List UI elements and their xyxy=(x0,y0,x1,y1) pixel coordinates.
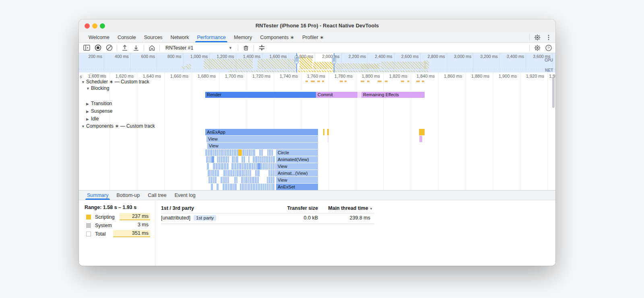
flame-sliver[interactable] xyxy=(217,184,219,190)
flame-sliver[interactable] xyxy=(213,163,215,170)
flame-sliver[interactable] xyxy=(211,177,213,183)
capture-settings-icon[interactable] xyxy=(258,44,265,52)
flame-sliver[interactable] xyxy=(250,170,251,176)
flame-sliver[interactable] xyxy=(232,149,233,156)
flame-sliver[interactable] xyxy=(255,170,257,176)
collapse-triangle-icon[interactable]: ▼ xyxy=(81,124,86,128)
flame-sliver[interactable] xyxy=(219,156,220,163)
flame-sliver[interactable] xyxy=(262,156,264,163)
flame-sliver[interactable] xyxy=(244,163,246,170)
flame-sliver[interactable] xyxy=(215,177,217,183)
flame-sliver[interactable] xyxy=(223,184,225,190)
flame-sliver[interactable] xyxy=(234,149,236,156)
flame-bar-anexapp[interactable]: AnExApp xyxy=(205,129,318,135)
toggle-sidebar-icon[interactable] xyxy=(83,44,90,52)
flame-sliver[interactable] xyxy=(268,156,270,163)
flame-marker[interactable] xyxy=(328,136,328,142)
flame-sliver[interactable] xyxy=(272,170,274,176)
flame-sliver[interactable] xyxy=(264,156,266,163)
flame-sliver[interactable] xyxy=(208,156,210,163)
settings-icon[interactable] xyxy=(534,34,541,41)
flame-sliver[interactable] xyxy=(265,163,267,170)
tab-sources[interactable]: Sources xyxy=(140,32,167,42)
flame-sliver[interactable] xyxy=(226,177,227,183)
flame-sliver[interactable] xyxy=(248,177,249,183)
flame-sliver[interactable] xyxy=(211,184,213,190)
col-header-transfer-size[interactable]: Transfer size xyxy=(287,205,318,211)
record-icon[interactable] xyxy=(94,44,101,52)
subtrack-transition[interactable]: ▶Transition xyxy=(86,101,112,106)
flame-sliver[interactable] xyxy=(248,156,250,163)
flame-sliver[interactable] xyxy=(221,149,223,156)
flame-sliver[interactable] xyxy=(231,163,234,170)
expand-triangle-icon[interactable]: ▶ xyxy=(86,110,91,114)
flame-sliver[interactable] xyxy=(232,156,234,163)
flame-sliver[interactable] xyxy=(256,184,258,190)
flame-sliver[interactable] xyxy=(236,177,237,183)
flame-sliver[interactable] xyxy=(267,184,268,190)
flame-sliver[interactable] xyxy=(245,177,248,183)
flame-sliver[interactable] xyxy=(228,156,229,163)
tab-console[interactable]: Console xyxy=(114,32,140,42)
col-header-main-thread-time[interactable]: Main thread time ▼ xyxy=(328,205,373,211)
flame-sliver[interactable] xyxy=(218,163,221,170)
flame-sliver[interactable] xyxy=(253,149,255,156)
flame-sliver[interactable] xyxy=(265,184,266,190)
tab-event-log[interactable]: Event log xyxy=(171,190,200,200)
flame-sliver[interactable] xyxy=(228,170,230,176)
collect-garbage-icon[interactable] xyxy=(242,44,250,52)
flame-bar-animated-view-[interactable]: Animated(View) xyxy=(276,156,318,163)
flame-marker[interactable] xyxy=(212,156,214,163)
flame-sliver[interactable] xyxy=(205,149,207,156)
settings-icon[interactable] xyxy=(534,44,541,52)
flame-sliver[interactable] xyxy=(230,170,232,176)
flame-sliver[interactable] xyxy=(206,156,208,163)
expand-triangle-icon[interactable]: ▶ xyxy=(86,117,91,121)
flame-sliver[interactable] xyxy=(266,156,268,163)
flame-sliver[interactable] xyxy=(263,163,265,170)
flame-sliver[interactable] xyxy=(233,170,234,176)
flame-sliver[interactable] xyxy=(208,170,210,176)
flame-sliver[interactable] xyxy=(269,149,271,156)
tab-performance[interactable]: Performance xyxy=(193,32,230,42)
flame-sliver[interactable] xyxy=(242,156,243,163)
flame-sliver[interactable] xyxy=(267,177,268,183)
flame-sliver[interactable] xyxy=(228,177,229,183)
flame-sliver[interactable] xyxy=(227,149,229,156)
flame-sliver[interactable] xyxy=(225,156,227,163)
collapse-triangle-icon[interactable]: ▼ xyxy=(81,80,86,84)
tab-memory[interactable]: Memory xyxy=(230,32,256,42)
flame-sliver[interactable] xyxy=(234,156,235,163)
flame-marker[interactable] xyxy=(258,163,260,170)
table-row-name[interactable]: [unattributed]1st party xyxy=(161,215,216,221)
flame-sliver[interactable] xyxy=(227,163,229,170)
flame-sliver[interactable] xyxy=(251,149,252,156)
flame-sliver[interactable] xyxy=(224,177,226,183)
flame-sliver[interactable] xyxy=(253,184,255,190)
flame-sliver[interactable] xyxy=(258,184,260,190)
flame-sliver[interactable] xyxy=(221,156,223,163)
flame-sliver[interactable] xyxy=(258,156,260,163)
flame-sliver[interactable] xyxy=(237,163,239,170)
scheduler-bar-gap[interactable] xyxy=(357,92,361,98)
flame-sliver[interactable] xyxy=(223,156,225,163)
flame-scrollbar-thumb[interactable] xyxy=(552,77,555,108)
flame-sliver[interactable] xyxy=(260,156,262,163)
flame-sliver[interactable] xyxy=(269,184,270,190)
flame-marker[interactable] xyxy=(327,129,329,135)
flame-sliver[interactable] xyxy=(260,184,262,190)
tab-summary[interactable]: Summary xyxy=(83,190,112,200)
subtrack-blocking[interactable]: ▼Blocking xyxy=(86,85,109,91)
flame-sliver[interactable] xyxy=(228,184,229,190)
flame-sliver[interactable] xyxy=(223,149,225,156)
flame-sliver[interactable] xyxy=(249,163,251,170)
flame-marker[interactable] xyxy=(238,149,242,156)
track-components[interactable]: ▼Components ∗ — Custom track xyxy=(81,123,155,129)
flame-sliver[interactable] xyxy=(259,149,261,156)
flame-sliver[interactable] xyxy=(271,156,272,163)
flame-sliver[interactable] xyxy=(239,163,242,170)
flame-sliver[interactable] xyxy=(217,170,219,176)
flame-sliver[interactable] xyxy=(217,149,219,156)
tab-profiler[interactable]: Profiler ∗ xyxy=(298,32,328,42)
flame-sliver[interactable] xyxy=(267,149,268,156)
